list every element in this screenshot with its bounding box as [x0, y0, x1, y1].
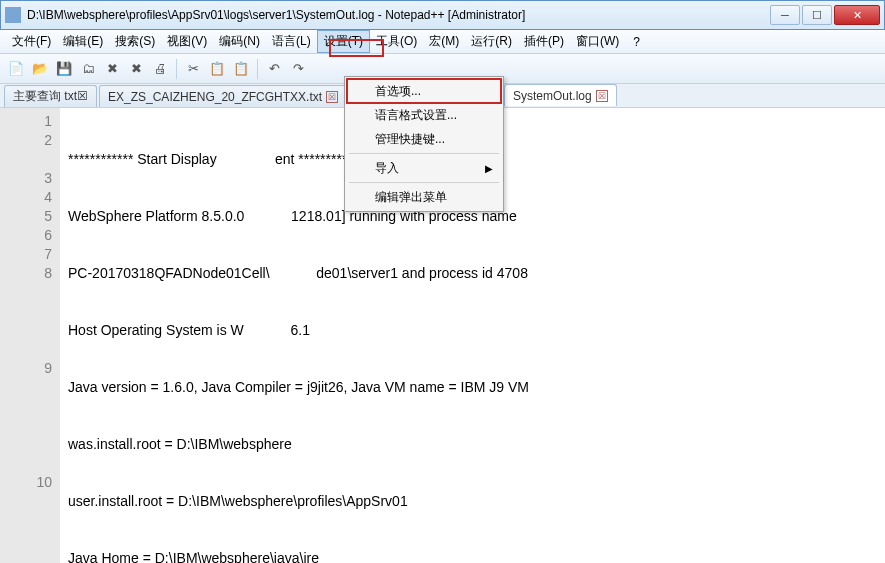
tab-label: EX_ZS_CAIZHENG_20_ZFCGHTXX.txt [108, 90, 322, 104]
close-all-icon[interactable]: ✖ [126, 59, 146, 79]
menu-search[interactable]: 搜索(S) [109, 30, 161, 53]
tab-close-icon[interactable]: ☒ [596, 90, 608, 102]
paste-icon[interactable]: 📋 [231, 59, 251, 79]
menu-edit-popup[interactable]: 编辑弹出菜单 [347, 185, 501, 209]
open-file-icon[interactable]: 📂 [30, 59, 50, 79]
redo-icon[interactable]: ↷ [288, 59, 308, 79]
tab-3[interactable]: SystemOut.log ☒ [504, 84, 617, 106]
menu-shortcut-mapper[interactable]: 管理快捷键... [347, 127, 501, 151]
tab-label: 主要查询 txt☒ [13, 88, 88, 105]
print-icon[interactable]: 🖨 [150, 59, 170, 79]
menubar: 文件(F) 编辑(E) 搜索(S) 视图(V) 编码(N) 语言(L) 设置(T… [0, 30, 885, 54]
menu-separator [349, 153, 499, 154]
undo-icon[interactable]: ↶ [264, 59, 284, 79]
menu-window[interactable]: 窗口(W) [570, 30, 625, 53]
menu-encoding[interactable]: 编码(N) [213, 30, 266, 53]
menu-run[interactable]: 运行(R) [465, 30, 518, 53]
menu-plugins[interactable]: 插件(P) [518, 30, 570, 53]
toolbar-separator [176, 59, 177, 79]
app-icon [5, 7, 21, 23]
settings-dropdown: 首选项... 语言格式设置... 管理快捷键... 导入▶ 编辑弹出菜单 [344, 76, 504, 212]
menu-style-config[interactable]: 语言格式设置... [347, 103, 501, 127]
save-all-icon[interactable]: 🗂 [78, 59, 98, 79]
titlebar: D:\IBM\websphere\profiles\AppSrv01\logs\… [0, 0, 885, 30]
line-number-gutter: 12345678910 [0, 108, 60, 563]
menu-file[interactable]: 文件(F) [6, 30, 57, 53]
tab-1[interactable]: 主要查询 txt☒ [4, 85, 97, 107]
menu-view[interactable]: 视图(V) [161, 30, 213, 53]
menu-separator [349, 182, 499, 183]
menu-language[interactable]: 语言(L) [266, 30, 317, 53]
close-button[interactable]: ✕ [834, 5, 880, 25]
copy-icon[interactable]: 📋 [207, 59, 227, 79]
submenu-arrow-icon: ▶ [485, 163, 493, 174]
maximize-button[interactable]: ☐ [802, 5, 832, 25]
cut-icon[interactable]: ✂ [183, 59, 203, 79]
menu-tools[interactable]: 工具(O) [370, 30, 423, 53]
window-title: D:\IBM\websphere\profiles\AppSrv01\logs\… [27, 8, 770, 22]
menu-edit[interactable]: 编辑(E) [57, 30, 109, 53]
tab-2[interactable]: EX_ZS_CAIZHENG_20_ZFCGHTXX.txt ☒ [99, 85, 347, 107]
toolbar-separator [257, 59, 258, 79]
tab-close-icon[interactable]: ☒ [326, 91, 338, 103]
new-file-icon[interactable]: 📄 [6, 59, 26, 79]
menu-macro[interactable]: 宏(M) [423, 30, 465, 53]
menu-preferences[interactable]: 首选项... [347, 79, 501, 103]
minimize-button[interactable]: ─ [770, 5, 800, 25]
save-icon[interactable]: 💾 [54, 59, 74, 79]
menu-help[interactable]: ? [625, 30, 648, 53]
close-icon[interactable]: ✖ [102, 59, 122, 79]
tab-label: SystemOut.log [513, 89, 592, 103]
menu-import[interactable]: 导入▶ [347, 156, 501, 180]
menu-settings[interactable]: 设置(T) [317, 30, 370, 53]
